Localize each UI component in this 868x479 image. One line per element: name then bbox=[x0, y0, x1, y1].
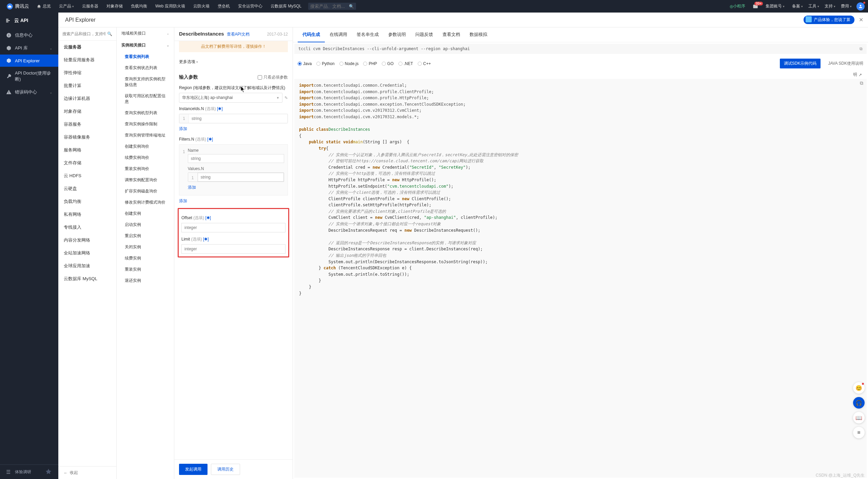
lang-radio-python[interactable]: Python bbox=[316, 61, 334, 66]
product-item-2[interactable]: 弹性伸缩 bbox=[58, 66, 116, 79]
nav-item-7[interactable]: 安全运营中心 bbox=[234, 0, 267, 13]
topbar-right-2[interactable]: 支持 bbox=[822, 3, 838, 9]
sidebar-item-1[interactable]: API 库⌄ bbox=[0, 42, 58, 55]
group-account[interactable]: 集团账号 bbox=[763, 3, 787, 9]
api-item-11[interactable]: 扩容实例磁盘询价 bbox=[117, 186, 174, 197]
api-item-7[interactable]: 创建实例询价 bbox=[117, 141, 174, 152]
search-icon[interactable]: 🔍 bbox=[107, 32, 112, 36]
api-item-14[interactable]: 启动实例 bbox=[117, 219, 174, 230]
copy-icon[interactable]: ⧉ bbox=[860, 46, 863, 51]
tab-1[interactable]: 在线调用 bbox=[325, 27, 352, 42]
lang-radio-java[interactable]: Java bbox=[298, 61, 312, 66]
sidebar-footer[interactable]: 体验调研 bbox=[0, 464, 58, 479]
product-item-1[interactable]: 轻量应用服务器 bbox=[58, 54, 116, 66]
api-item-13[interactable]: 创建实例 bbox=[117, 208, 174, 219]
copy-code-icon[interactable]: ⧉ bbox=[860, 80, 863, 86]
nav-item-2[interactable]: 对象存储 bbox=[102, 0, 127, 13]
product-item-10[interactable]: 云 HDFS bbox=[58, 169, 116, 182]
api-item-19[interactable]: 退还实例 bbox=[117, 275, 174, 286]
topbar-right-3[interactable]: 费用 bbox=[838, 3, 854, 9]
headset-button[interactable]: 🎧 bbox=[853, 397, 865, 409]
tab-3[interactable]: 参数说明 bbox=[383, 27, 411, 42]
lang-radio-php[interactable]: PHP bbox=[363, 61, 377, 66]
docs-button[interactable]: 📖 bbox=[853, 412, 865, 423]
help-link[interactable]: [✱] bbox=[203, 237, 209, 242]
instanceids-input[interactable] bbox=[189, 114, 288, 123]
filter-value-input[interactable] bbox=[198, 173, 284, 182]
nav-item-1[interactable]: 云服务器 bbox=[78, 0, 102, 13]
sdk-help-link[interactable]: JAVA SDK使用说明 bbox=[828, 61, 863, 66]
api-group-region[interactable]: 地域相关接口⌄ bbox=[117, 27, 174, 39]
filter-name-input[interactable] bbox=[188, 154, 284, 163]
tab-2[interactable]: 签名串生成 bbox=[352, 27, 383, 42]
nav-item-4[interactable]: Web 应用防火墙 bbox=[151, 0, 189, 13]
invoke-button[interactable]: 发起调用 bbox=[179, 464, 208, 475]
tab-4[interactable]: 问题反馈 bbox=[411, 27, 438, 42]
nav-item-8[interactable]: 云数据库 MySQL bbox=[267, 0, 305, 13]
api-item-8[interactable]: 续费实例询价 bbox=[117, 152, 174, 163]
region-select[interactable]: 华东地区(上海) ap-shanghai▼ bbox=[179, 93, 282, 103]
debug-sdk-button[interactable]: 调试SDK示例代码 bbox=[780, 59, 821, 68]
product-item-17[interactable]: 全球应用加速 bbox=[58, 259, 116, 272]
api-item-0[interactable]: 查看实例列表 bbox=[117, 51, 174, 62]
lang-radio-go[interactable]: GO bbox=[382, 61, 394, 66]
search-input[interactable] bbox=[310, 4, 348, 9]
promo-banner[interactable]: 产品体验，您说了算 bbox=[804, 16, 854, 24]
product-item-15[interactable]: 内容分发网络 bbox=[58, 234, 116, 247]
api-item-10[interactable]: 调整实例配置询价 bbox=[117, 174, 174, 186]
sidebar-item-2[interactable]: API Explorer bbox=[0, 55, 58, 67]
api-item-6[interactable]: 查询实例管理终端地址 bbox=[117, 130, 174, 141]
help-link[interactable]: [✱] bbox=[217, 106, 223, 111]
lang-radio-c++[interactable]: C++ bbox=[418, 61, 431, 66]
sidebar-item-0[interactable]: 信息中心 bbox=[0, 29, 58, 42]
topbar-right-0[interactable]: 备案 bbox=[789, 3, 806, 9]
product-item-3[interactable]: 批量计算 bbox=[58, 79, 116, 92]
only-required-toggle[interactable]: 只看必填参数 bbox=[258, 75, 288, 80]
api-item-12[interactable]: 修改实例计费模式询价 bbox=[117, 197, 174, 208]
product-item-11[interactable]: 云硬盘 bbox=[58, 182, 116, 195]
lang-radio-.net[interactable]: .NET bbox=[398, 61, 413, 66]
api-item-5[interactable]: 查询实例操作限制 bbox=[117, 119, 174, 130]
api-item-16[interactable]: 关闭实例 bbox=[117, 242, 174, 253]
product-item-0[interactable]: 云服务器 bbox=[58, 41, 116, 54]
edit-icon[interactable]: ✎ bbox=[284, 96, 288, 100]
product-item-4[interactable]: 边缘计算机器 bbox=[58, 92, 116, 105]
product-search-input[interactable] bbox=[61, 30, 114, 38]
external-link-icon[interactable]: ↗ bbox=[859, 72, 862, 77]
product-item-16[interactable]: 全站加速网络 bbox=[58, 247, 116, 259]
help-link[interactable]: [✱] bbox=[207, 137, 213, 142]
nav-item-3[interactable]: 负载均衡 bbox=[127, 0, 151, 13]
lang-radio-node.js[interactable]: Node.js bbox=[339, 61, 359, 66]
nav-item-5[interactable]: 云防火墙 bbox=[189, 0, 214, 13]
nav-overview[interactable]: 总览 bbox=[33, 0, 55, 13]
more-options[interactable]: 更多选项 bbox=[179, 57, 288, 71]
tab-6[interactable]: 数据模拟 bbox=[465, 27, 492, 42]
product-item-12[interactable]: 负载均衡 bbox=[58, 195, 116, 208]
nav-item-0[interactable]: 云产品 bbox=[55, 0, 78, 13]
product-item-9[interactable]: 文件存储 bbox=[58, 157, 116, 169]
avatar[interactable] bbox=[856, 2, 865, 11]
nav-item-6[interactable]: 堡垒机 bbox=[214, 0, 234, 13]
topbar-search[interactable]: 🔍 bbox=[308, 3, 356, 10]
add-value[interactable]: 添加 bbox=[188, 185, 196, 190]
product-item-7[interactable]: 容器镜像服务 bbox=[58, 131, 116, 144]
tab-5[interactable]: 查看文档 bbox=[438, 27, 465, 42]
help-link[interactable]: [✱] bbox=[205, 215, 211, 220]
api-item-1[interactable]: 查看实例状态列表 bbox=[117, 62, 174, 74]
topbar-right-1[interactable]: 工具 bbox=[806, 3, 822, 9]
product-item-14[interactable]: 专线接入 bbox=[58, 221, 116, 234]
add-filter[interactable]: 添加 bbox=[179, 198, 187, 204]
api-item-3[interactable]: 获取可用区机型配置信息 bbox=[117, 90, 174, 107]
api-item-4[interactable]: 查询实例机型列表 bbox=[117, 107, 174, 119]
brand-logo[interactable]: 腾讯云 bbox=[3, 3, 33, 9]
mini-program[interactable]: ◎ 小程序 bbox=[727, 3, 748, 9]
api-item-18[interactable]: 重装实例 bbox=[117, 264, 174, 275]
api-item-9[interactable]: 重装实例询价 bbox=[117, 163, 174, 174]
api-item-2[interactable]: 查询所支持的实例机型族信息 bbox=[117, 74, 174, 90]
product-item-5[interactable]: 对象存储 bbox=[58, 105, 116, 118]
product-item-8[interactable]: 服务网格 bbox=[58, 144, 116, 157]
product-item-6[interactable]: 容器服务 bbox=[58, 118, 116, 131]
offset-input[interactable] bbox=[181, 223, 285, 232]
api-group-instance[interactable]: 实例相关接口⌄ bbox=[117, 39, 174, 51]
product-item-13[interactable]: 私有网络 bbox=[58, 208, 116, 221]
